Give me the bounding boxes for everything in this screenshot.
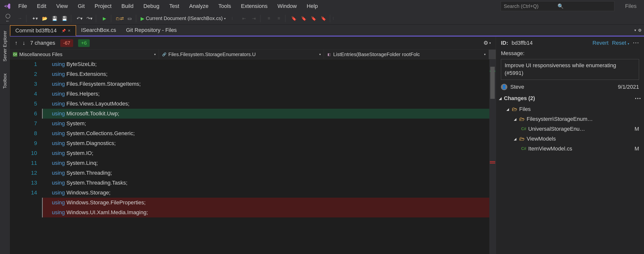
menu-extensions[interactable]: Extensions: [236, 1, 272, 11]
diff-settings-button[interactable]: ⚙ ▾: [483, 40, 491, 46]
solution-name: Files: [620, 3, 642, 10]
tab-label: Git Repository - Files: [126, 27, 177, 33]
method-icon: ◧: [327, 52, 332, 56]
breadcrumb-scroll[interactable]: [489, 50, 496, 59]
standard-toolbar: ◯ ← → ✦▾ 📂 💾 💾 ↶▾ ↷▾ ▶ 🗀⇄ ▭ ▶ Current Do…: [0, 12, 644, 25]
undo-button[interactable]: ↶▾: [75, 14, 84, 23]
bookmark-next-button[interactable]: 🔖: [309, 14, 318, 23]
tree-file-itemviewmodel[interactable]: C# ItemViewModel.cs M: [499, 144, 641, 154]
next-change-button[interactable]: ↓: [22, 40, 25, 46]
commit-id-value: bd3ffb14: [512, 40, 532, 46]
folder-icon: 🗁: [519, 136, 525, 142]
prev-change-button[interactable]: ↑: [15, 40, 18, 46]
uncomment-button[interactable]: ≡: [274, 14, 283, 23]
menu-test[interactable]: Test: [164, 1, 184, 11]
avatar: 👤: [501, 84, 507, 90]
additions-badge: +6: [78, 39, 90, 47]
menu-project[interactable]: Project: [90, 1, 116, 11]
tabs-gear-icon[interactable]: ⚙: [638, 28, 642, 32]
changes-bar: ↑ ↓ 7 changes -67 +6 ⚙ ▾: [10, 36, 496, 50]
current-doc-label: Current Document (ISearchBox.cs): [146, 16, 223, 21]
folder-button[interactable]: 🗀⇄: [115, 14, 124, 23]
sidebar-toolbox[interactable]: Toolbox: [2, 72, 9, 90]
menu-help[interactable]: Help: [302, 1, 323, 11]
bookmark-clear-button[interactable]: 🔖: [319, 14, 328, 23]
menu-git[interactable]: Git: [73, 1, 90, 11]
search-icon: 🔍: [558, 3, 611, 9]
deletions-badge: -67: [60, 39, 74, 47]
sidebar-server-explorer[interactable]: Server Explorer: [2, 30, 9, 62]
editor-area: ↑ ↓ 7 changes -67 +6 ⚙ ▾ C# Miscellaneou…: [10, 36, 496, 254]
breadcrumb-method[interactable]: ◧ ListEntries(BaseStorageFolder rootFolc…: [324, 50, 489, 59]
menu-edit[interactable]: Edit: [32, 1, 51, 11]
changes-count: 7 changes: [30, 40, 55, 46]
vs-logo-icon: [2, 1, 12, 11]
tree-folder-files[interactable]: ◢ 🗁 Files: [499, 104, 641, 114]
indent-button[interactable]: ⇥: [249, 14, 258, 23]
bc-project-label: Miscellaneous Files: [19, 52, 62, 57]
more-actions-button[interactable]: ⋯: [633, 39, 639, 47]
caret-icon: ◢: [514, 117, 517, 121]
caret-icon: ◢: [506, 107, 510, 111]
search-input[interactable]: Search (Ctrl+Q) 🔍: [501, 1, 614, 11]
csharp-icon: C#: [521, 146, 526, 151]
bookmark-prev-button[interactable]: 🔖: [299, 14, 308, 23]
tab-label: ISearchBox.cs: [81, 27, 116, 33]
tab-commit[interactable]: Commit bd3ffb14 📌 ✕: [10, 25, 76, 36]
save-all-button[interactable]: 💾: [60, 14, 69, 23]
menu-window[interactable]: Window: [272, 1, 302, 11]
current-document-dropdown[interactable]: ▶ Current Document (ISearchBox.cs) ▾: [138, 14, 228, 22]
scroll-thumb[interactable]: [490, 67, 495, 99]
new-item-button[interactable]: ✦▾: [30, 14, 39, 23]
comment-button[interactable]: ≡: [264, 14, 273, 23]
toolbar-overflow-icon[interactable]: ⸽: [332, 16, 334, 21]
commit-message: Improve UI responsiveness while enumerat…: [501, 59, 639, 80]
tab-label: Commit bd3ffb14: [15, 28, 56, 34]
revert-link[interactable]: Revert: [592, 40, 609, 46]
chevron-down-icon: ▾: [224, 17, 226, 20]
window-button[interactable]: ▭: [125, 14, 134, 23]
redo-button[interactable]: ↷▾: [85, 14, 94, 23]
nav-back-button[interactable]: ◯ ←: [6, 14, 14, 23]
bc-method-label: ListEntries(BaseStorageFolder rootFolc: [333, 52, 420, 57]
line-gutter: 1234567891011121314: [10, 59, 42, 254]
open-button[interactable]: 📂: [40, 14, 49, 23]
caret-icon[interactable]: ◢: [499, 96, 502, 100]
menu-file[interactable]: File: [13, 1, 32, 11]
reset-dropdown[interactable]: Reset ▾: [612, 40, 629, 46]
menu-tools[interactable]: Tools: [214, 1, 236, 11]
menu-build[interactable]: Build: [116, 1, 138, 11]
tree-file-universalstorage[interactable]: C# UniversalStorageEnu… M: [499, 124, 641, 134]
pin-icon[interactable]: 📌: [62, 29, 66, 32]
overflow-icon[interactable]: ⸽: [231, 16, 233, 21]
csharp-icon: C#: [521, 127, 526, 131]
tab-isearchbox[interactable]: ISearchBox.cs: [76, 25, 121, 36]
close-icon[interactable]: ✕: [68, 29, 71, 32]
code-viewer[interactable]: 1234567891011121314 using ByteSizeLib;us…: [10, 59, 496, 254]
tree-folder-filesystem[interactable]: ◢ 🗁 Filesystem\StorageEnum…: [499, 114, 641, 124]
changes-tree: ◢ 🗁 Files ◢ 🗁 Filesystem\StorageEnum… C#…: [496, 104, 644, 154]
commit-date: 9/1/2021: [618, 84, 639, 90]
breadcrumb-namespace[interactable]: 🔗 Files.Filesystem.StorageEnumerators.U …: [159, 50, 324, 59]
changes-more-button[interactable]: ⋯: [634, 95, 641, 102]
menu-debug[interactable]: Debug: [138, 1, 164, 11]
chevron-down-icon: ▾: [154, 53, 156, 56]
menu-view[interactable]: View: [51, 1, 73, 11]
tree-label: Files: [519, 106, 530, 112]
tabs-dropdown-icon[interactable]: ▾: [634, 28, 636, 32]
left-sidebar: Server Explorer Toolbox: [0, 25, 10, 254]
namespace-icon: 🔗: [162, 52, 166, 56]
bookmark-button[interactable]: 🔖: [290, 14, 298, 23]
breadcrumb-project[interactable]: C# Miscellaneous Files ▾: [10, 50, 159, 59]
folder-icon: 🗁: [519, 116, 525, 122]
outdent-button[interactable]: ⇤: [240, 14, 248, 23]
chevron-down-icon: ▾: [319, 53, 321, 56]
menu-analyze[interactable]: Analyze: [184, 1, 213, 11]
tab-git-repository[interactable]: Git Repository - Files: [121, 25, 182, 36]
vertical-scrollbar[interactable]: [489, 59, 496, 254]
start-debug-button[interactable]: ▶: [100, 14, 109, 23]
save-button[interactable]: 💾: [50, 14, 59, 23]
nav-forward-button[interactable]: →: [15, 14, 24, 23]
scroll-mark-del: [490, 161, 495, 162]
tree-folder-viewmodels[interactable]: ◢ 🗁 ViewModels: [499, 134, 641, 144]
